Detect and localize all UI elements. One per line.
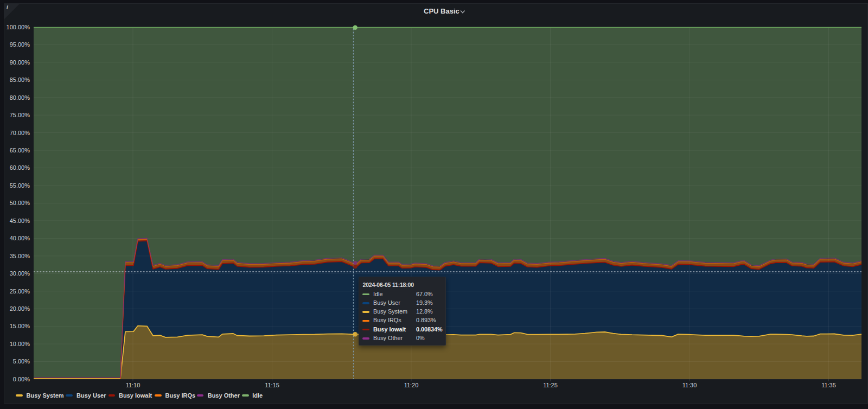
svg-text:75.00%: 75.00% [10, 112, 30, 118]
svg-text:11:10: 11:10 [126, 382, 141, 388]
svg-text:20.00%: 20.00% [10, 305, 30, 312]
svg-text:100.00%: 100.00% [7, 24, 30, 30]
svg-text:35.00%: 35.00% [10, 253, 30, 259]
svg-text:11:30: 11:30 [682, 382, 697, 388]
svg-text:50.00%: 50.00% [10, 200, 30, 206]
svg-text:65.00%: 65.00% [10, 147, 30, 154]
svg-text:11:35: 11:35 [821, 382, 836, 388]
svg-text:11:20: 11:20 [404, 382, 419, 388]
svg-text:5.00%: 5.00% [13, 358, 30, 365]
svg-text:11:25: 11:25 [543, 382, 558, 388]
svg-text:90.00%: 90.00% [10, 59, 30, 66]
svg-text:40.00%: 40.00% [10, 235, 30, 241]
svg-text:80.00%: 80.00% [10, 94, 30, 101]
svg-text:25.00%: 25.00% [10, 288, 30, 295]
svg-text:10.00%: 10.00% [10, 341, 30, 347]
svg-text:30.00%: 30.00% [10, 270, 30, 277]
svg-text:85.00%: 85.00% [10, 76, 30, 83]
svg-text:45.00%: 45.00% [10, 218, 30, 224]
svg-text:55.00%: 55.00% [10, 182, 30, 189]
svg-text:11:15: 11:15 [265, 382, 279, 388]
svg-text:0.00%: 0.00% [13, 376, 30, 382]
svg-text:95.00%: 95.00% [10, 41, 30, 48]
svg-text:70.00%: 70.00% [10, 130, 30, 136]
svg-text:60.00%: 60.00% [10, 164, 30, 171]
svg-text:15.00%: 15.00% [10, 323, 30, 329]
